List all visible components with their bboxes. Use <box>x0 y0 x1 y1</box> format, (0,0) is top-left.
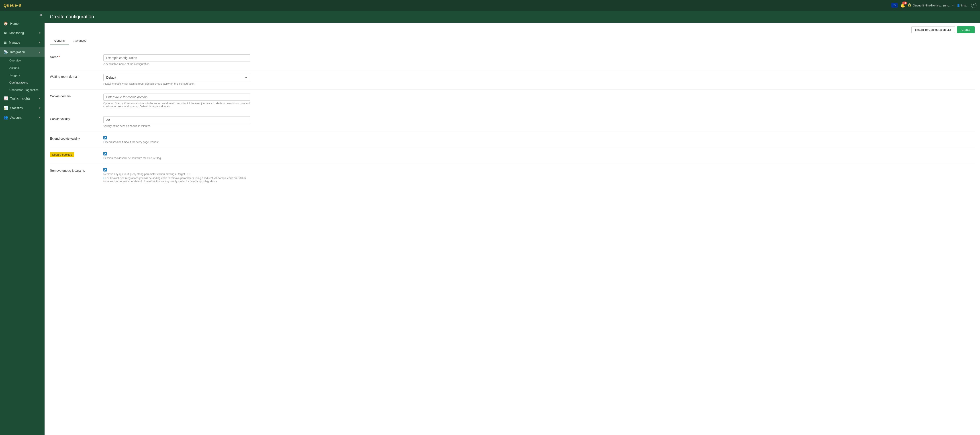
sidebar-item-monitoring[interactable]: 🖥 Monitoring ▼ <box>0 28 45 38</box>
sidebar-item-manage[interactable]: ☰ Manage ▼ <box>0 38 45 47</box>
language-flag[interactable]: 🇪🇺 <box>891 3 897 8</box>
extend-cookie-label: Extend cookie validity <box>50 136 99 140</box>
sidebar-item-statistics[interactable]: 📊 Statistics ▼ <box>0 103 45 113</box>
sidebar-item-label: Account <box>10 116 22 120</box>
extend-cookie-field: Extend session timeout for every page re… <box>103 136 975 143</box>
remove-params-label: Remove queue-it params <box>50 168 99 172</box>
sidebar: ◀ 🏠 Home 🖥 Monitoring ▼ ☰ Manage ▼ 📡 Int… <box>0 11 45 435</box>
navbar-right: 🇪🇺 🔔 14 🏛 Queue-it NineTronics... (nin..… <box>891 3 977 8</box>
secure-cookies-field: Session cookies will be sent with the Se… <box>103 152 975 160</box>
form-row-cookie-validity: Cookie validity Validity of the session … <box>50 112 975 132</box>
app-logo: Queue-it <box>3 3 22 8</box>
help-button[interactable]: ? <box>971 3 977 8</box>
secure-cookies-label: Secure cookies <box>50 152 99 156</box>
return-to-config-list-button[interactable]: Return To Configuration List <box>912 26 955 33</box>
sidebar-item-actions[interactable]: Actions <box>0 64 45 72</box>
secure-cookies-hint: Session cookies will be sent with the Se… <box>103 156 250 160</box>
cookie-domain-input[interactable] <box>103 94 250 101</box>
remove-params-hint: Remove any queue-it query string paramet… <box>103 173 250 176</box>
tab-advanced[interactable]: Advanced <box>69 37 91 45</box>
actions-bar: Return To Configuration List Create <box>50 26 975 33</box>
chevron-up-icon: ▲ <box>38 51 41 53</box>
remove-params-info: ℹFor KnownUser integrations you will be … <box>103 177 250 183</box>
sidebar-item-connector-diagnostics[interactable]: Connector Diagnostics <box>0 86 45 94</box>
notifications-bell[interactable]: 🔔 14 <box>900 3 905 8</box>
home-icon: 🏠 <box>3 21 8 25</box>
cookie-validity-field: Validity of the session cookie in minute… <box>103 116 975 127</box>
navbar: Queue-it 🇪🇺 🔔 14 🏛 Queue-it NineTronics.… <box>0 0 980 11</box>
extend-cookie-checkbox[interactable] <box>103 136 107 139</box>
cookie-validity-hint: Validity of the session cookie in minute… <box>103 124 250 127</box>
sidebar-item-integration[interactable]: 📡 Integration ▲ <box>0 47 45 57</box>
waiting-room-domain-hint: Please choose which waiting room domain … <box>103 82 250 85</box>
info-icon: ℹ <box>103 177 105 180</box>
waiting-room-domain-select[interactable]: Default <box>103 74 250 81</box>
layout: ◀ 🏠 Home 🖥 Monitoring ▼ ☰ Manage ▼ 📡 Int… <box>0 11 980 435</box>
sidebar-item-label: Integration <box>10 50 25 54</box>
name-hint: A descriptive name of the configuration <box>103 62 250 66</box>
cookie-validity-input[interactable] <box>103 116 250 123</box>
waiting-room-domain-field: Default Please choose which waiting room… <box>103 74 975 85</box>
building-icon: 🏛 <box>908 3 912 7</box>
cookie-domain-field: Optional. Specify if session cookie is t… <box>103 94 975 108</box>
form-row-extend-cookie: Extend cookie validity Extend session ti… <box>50 132 975 148</box>
user-icon: 👤 <box>957 4 960 7</box>
chevron-down-icon: ▼ <box>38 107 41 109</box>
sidebar-item-account[interactable]: 👥 Account ▼ <box>0 113 45 122</box>
create-button[interactable]: Create <box>957 26 975 33</box>
chevron-down-icon: ▼ <box>38 116 41 119</box>
monitor-icon: 🖥 <box>3 31 7 35</box>
form-tabs: General Advanced <box>50 37 975 45</box>
remove-params-field: Remove any queue-it query string paramet… <box>103 168 975 183</box>
account-name: Queue-it NineTronics... (nin... <box>913 4 950 7</box>
user-menu[interactable]: 👤 Imp... <box>957 4 969 7</box>
waiting-room-domain-label: Waiting room domain <box>50 74 99 78</box>
remove-params-checkbox-row <box>103 168 975 172</box>
chevron-down-icon: ▼ <box>38 32 41 34</box>
sidebar-item-label: Traffic Insights <box>10 97 30 100</box>
integration-icon: 📡 <box>3 50 8 54</box>
account-switcher[interactable]: 🏛 Queue-it NineTronics... (nin... ▼ <box>908 3 954 7</box>
sidebar-item-overview[interactable]: Overview <box>0 57 45 64</box>
sidebar-item-label: Manage <box>9 41 20 44</box>
sidebar-item-label: Statistics <box>10 106 23 110</box>
chevron-down-icon: ▼ <box>38 97 41 100</box>
extend-cookie-checkbox-row <box>103 136 975 139</box>
form-row-waiting-room-domain: Waiting room domain Default Please choos… <box>50 70 975 89</box>
sidebar-item-triggers[interactable]: Triggers <box>0 72 45 79</box>
notification-badge: 14 <box>902 2 907 5</box>
chevron-down-icon: ▼ <box>952 4 954 7</box>
cookie-validity-label: Cookie validity <box>50 116 99 121</box>
sidebar-item-label: Home <box>10 22 19 25</box>
form-row-cookie-domain: Cookie domain Optional. Specify if sessi… <box>50 89 975 112</box>
account-icon: 👥 <box>3 115 8 120</box>
name-field: A descriptive name of the configuration <box>103 54 975 66</box>
secure-cookies-checkbox[interactable] <box>103 152 107 156</box>
sidebar-item-traffic-insights[interactable]: 📈 Traffic Insights ▼ <box>0 94 45 103</box>
form-row-remove-params: Remove queue-it params Remove any queue-… <box>50 164 975 187</box>
secure-cookies-checkbox-row <box>103 152 975 156</box>
user-text: Imp... <box>961 4 969 7</box>
form-row-name: Name* A descriptive name of the configur… <box>50 50 975 70</box>
sidebar-item-home[interactable]: 🏠 Home <box>0 19 45 28</box>
remove-params-checkbox[interactable] <box>103 168 107 172</box>
main-body: Return To Configuration List Create Gene… <box>45 23 980 435</box>
sidebar-collapse-button[interactable]: ◀ <box>0 11 45 19</box>
secure-cookies-highlight: Secure cookies <box>50 152 74 157</box>
main-content: Create configuration Return To Configura… <box>45 11 980 435</box>
traffic-insights-icon: 📈 <box>3 96 8 100</box>
chevron-down-icon: ▼ <box>38 41 41 44</box>
chevron-left-icon: ◀ <box>40 13 42 16</box>
tab-general[interactable]: General <box>50 37 69 45</box>
statistics-icon: 📊 <box>3 106 8 110</box>
name-label: Name* <box>50 54 99 59</box>
page-title: Create configuration <box>45 11 980 23</box>
extend-cookie-hint: Extend session timeout for every page re… <box>103 140 250 143</box>
name-input[interactable] <box>103 54 250 62</box>
sidebar-item-label: Monitoring <box>10 31 24 35</box>
cookie-domain-label: Cookie domain <box>50 94 99 98</box>
form-row-secure-cookies: Secure cookies Session cookies will be s… <box>50 148 975 164</box>
manage-icon: ☰ <box>3 40 7 45</box>
sidebar-item-configurations[interactable]: Configurations <box>0 79 45 86</box>
cookie-domain-hint: Optional. Specify if session cookie is t… <box>103 102 250 108</box>
